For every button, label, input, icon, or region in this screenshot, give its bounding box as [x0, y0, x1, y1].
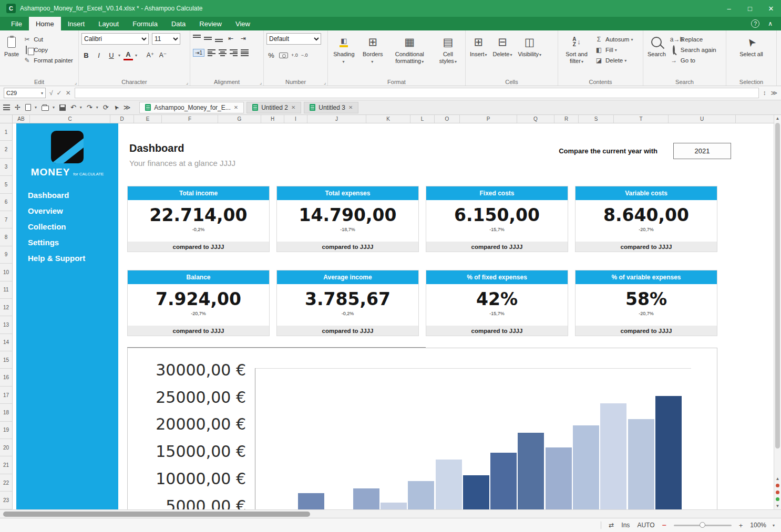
- row-header-8[interactable]: 8: [0, 228, 12, 246]
- font-color-dropdown[interactable]: ▾: [135, 53, 137, 58]
- minimize-button[interactable]: –: [725, 5, 733, 13]
- wrap-text-button[interactable]: ⇥1: [193, 49, 204, 57]
- menu-toggle-icon[interactable]: [3, 105, 10, 110]
- replace-button[interactable]: a→bReplace: [670, 36, 716, 43]
- row-header-19[interactable]: 19: [0, 422, 12, 439]
- help-icon[interactable]: ?: [751, 19, 759, 28]
- vertical-scrollbar-thumb[interactable]: [775, 123, 780, 448]
- justify-icon[interactable]: [241, 49, 249, 56]
- row-header-3[interactable]: 3: [0, 159, 12, 176]
- delete-cells-button[interactable]: ⊟ Delete ▾: [491, 33, 514, 59]
- delete-contents-button[interactable]: ◪Delete▾: [595, 57, 633, 64]
- refresh-icon[interactable]: ⟳: [103, 103, 109, 111]
- paste-button[interactable]: Paste: [3, 33, 20, 59]
- redo-dropdown[interactable]: ▾: [96, 105, 98, 110]
- column-header-S[interactable]: S: [579, 115, 614, 123]
- row-header-13[interactable]: 13: [0, 316, 12, 333]
- column-header-T[interactable]: T: [614, 115, 669, 123]
- vertical-scrollbar[interactable]: ▲ ▲ ▼: [774, 115, 781, 509]
- zoom-level[interactable]: 100%: [750, 521, 766, 529]
- underline-dropdown[interactable]: ▾: [118, 53, 120, 58]
- formula-input[interactable]: [75, 88, 759, 98]
- conditional-formatting-dropdown[interactable]: ▾: [422, 59, 424, 64]
- tab-close-icon[interactable]: ✕: [234, 105, 238, 110]
- increase-indent-icon[interactable]: ⇥: [239, 33, 248, 44]
- column-header-H[interactable]: H: [261, 115, 284, 123]
- decrease-indent-icon[interactable]: ⇤: [226, 33, 235, 44]
- align-bottom-icon[interactable]: [215, 35, 223, 42]
- horizontal-scrollbar[interactable]: [0, 509, 781, 518]
- italic-button[interactable]: I: [94, 50, 104, 60]
- zoom-slider[interactable]: [674, 525, 732, 526]
- column-header-D[interactable]: D: [110, 115, 134, 123]
- row-header-22[interactable]: 22: [0, 474, 12, 492]
- open-dropdown[interactable]: ▾: [53, 105, 55, 110]
- cell-name-box[interactable]: C29 ▾: [4, 88, 46, 98]
- insert-mode-indicator[interactable]: Ins: [621, 521, 630, 529]
- undo-dropdown[interactable]: ▾: [80, 105, 82, 110]
- sort-filter-button[interactable]: AZ↓ Sort and filter ▾: [561, 33, 592, 65]
- add-decimal-button[interactable]: +.0: [291, 53, 298, 58]
- select-all-button[interactable]: ➤ Select all: [729, 33, 774, 59]
- expand-formula-bar-icon[interactable]: ↕: [763, 89, 766, 97]
- borders-button[interactable]: ⊞ Borders ▾: [360, 33, 386, 65]
- borders-dropdown[interactable]: ▾: [371, 59, 373, 64]
- column-header-R[interactable]: R: [554, 115, 579, 123]
- pointer-icon[interactable]: ➤: [111, 103, 120, 111]
- row-header-16[interactable]: 16: [0, 369, 12, 386]
- undo-icon[interactable]: ↶: [70, 103, 76, 111]
- font-size-select[interactable]: 11: [152, 33, 180, 45]
- menu-layout[interactable]: Layout: [91, 17, 126, 30]
- number-format-select[interactable]: Default: [266, 33, 321, 45]
- tabbar-more-icon[interactable]: ≫: [124, 103, 131, 111]
- open-folder-icon[interactable]: [42, 106, 49, 111]
- row-header-23[interactable]: 23: [0, 492, 12, 509]
- row-header-15[interactable]: 15: [0, 351, 12, 369]
- fill-dropdown[interactable]: ▾: [615, 48, 617, 53]
- shrink-font-button[interactable]: A⁻: [158, 50, 168, 60]
- insert-cells-dropdown[interactable]: ▾: [485, 53, 487, 57]
- underline-button[interactable]: U: [107, 50, 116, 60]
- menu-file[interactable]: File: [4, 17, 29, 30]
- row-header-17[interactable]: 17: [0, 387, 12, 404]
- maximize-button[interactable]: □: [746, 5, 754, 13]
- row-header-6[interactable]: 6: [0, 194, 12, 211]
- row-header-18[interactable]: 18: [0, 404, 12, 421]
- scroll-up-icon[interactable]: ▲: [776, 115, 780, 122]
- menu-view[interactable]: View: [229, 17, 257, 30]
- align-middle-icon[interactable]: [204, 35, 212, 42]
- sheet-tab-untitled-2[interactable]: Untitled 2 ✕: [246, 102, 301, 113]
- search-again-button[interactable]: Search again: [670, 46, 716, 54]
- row-header-1[interactable]: 1: [0, 123, 12, 141]
- align-center-icon[interactable]: [219, 49, 227, 56]
- horizontal-scrollbar-thumb[interactable]: [3, 512, 310, 517]
- shading-dropdown[interactable]: ▾: [342, 59, 344, 64]
- zoom-out-button[interactable]: −: [662, 521, 666, 529]
- column-header-AB[interactable]: AB: [13, 115, 30, 123]
- delete-cells-dropdown[interactable]: ▾: [510, 53, 512, 57]
- search-button[interactable]: Search: [646, 33, 667, 59]
- column-header-C[interactable]: C: [30, 115, 110, 123]
- shading-button[interactable]: ◧ Shading ▾: [331, 33, 357, 65]
- row-header-5[interactable]: 5: [0, 176, 12, 193]
- sidebar-item-dashboard[interactable]: Dashboard: [28, 191, 118, 200]
- function-wizard-icon[interactable]: √: [49, 89, 53, 97]
- menu-home[interactable]: Home: [29, 17, 61, 30]
- column-header-O[interactable]: O: [435, 115, 460, 123]
- sidebar-item-collection[interactable]: Collection: [28, 222, 118, 231]
- bold-button[interactable]: B: [81, 50, 91, 60]
- sidebar-item-overview[interactable]: Overview: [28, 206, 118, 215]
- menu-insert[interactable]: Insert: [61, 17, 92, 30]
- formula-bar-more-icon[interactable]: ≫: [770, 89, 777, 97]
- redo-icon[interactable]: ↷: [87, 103, 93, 111]
- zoom-slider-thumb[interactable]: [700, 522, 705, 528]
- autosum-button[interactable]: ΣAutosum▾: [595, 36, 633, 43]
- column-header-L[interactable]: L: [410, 115, 435, 123]
- remove-decimal-button[interactable]: −.0: [301, 53, 308, 58]
- cancel-icon[interactable]: ✕: [66, 89, 71, 97]
- visibility-button[interactable]: ◫ Visibility ▾: [516, 33, 543, 59]
- align-left-icon[interactable]: [208, 49, 215, 56]
- insert-cells-button[interactable]: ⊞ Insert ▾: [468, 33, 489, 59]
- column-header-E[interactable]: E: [134, 115, 162, 123]
- save-icon[interactable]: [59, 105, 66, 111]
